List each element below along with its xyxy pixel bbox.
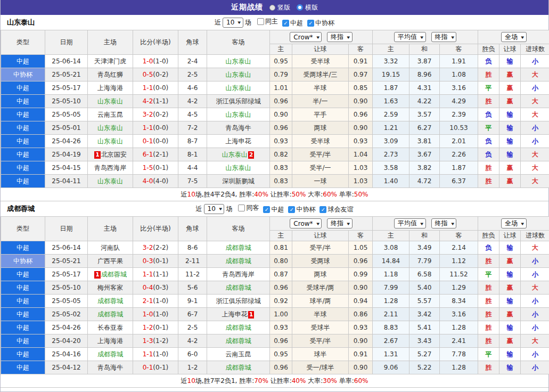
avg-select[interactable]: 平均值▾ <box>394 32 426 42</box>
odds-final-select[interactable]: 终指▾ <box>327 32 353 42</box>
match-count-select[interactable]: 10 ▾ <box>204 204 225 214</box>
match-date-cell: 25-05-02 <box>45 308 88 321</box>
match-row: 中超25-05-171成都蓉城1-1(1-1)11-2青岛西海岸0.87两球0.… <box>1 268 549 281</box>
avg-draw-cell: 5.57 <box>409 295 440 308</box>
corner-cell: 11-2 <box>178 268 207 281</box>
half-time-score: (0-1) <box>153 364 168 371</box>
score-cell: 6-1(2-1) <box>133 148 178 161</box>
match-row: 中超25-06-14天津津门虎1-0(1-0)2-4山东泰山0.95受半球0.9… <box>1 55 549 68</box>
team-name: 成都蓉城 <box>226 257 251 265</box>
match-date-cell: 25-04-26 <box>45 321 88 334</box>
score-cell: 1-0(1-0) <box>133 308 178 321</box>
result-handicap-cell: 输 <box>499 268 521 281</box>
result-goals-cell: 小 <box>521 81 549 95</box>
half-time-score: (0-2) <box>153 111 168 118</box>
checkbox-checked-icon[interactable]: ✓ <box>263 206 270 213</box>
avg-away-cell: 2.39 <box>440 108 478 121</box>
team-name: 成都蓉城 <box>226 244 251 251</box>
match-date-cell: 25-05-10 <box>45 281 88 295</box>
avg-home-cell: 1.28 <box>373 295 409 308</box>
filter-checkbox-同主[interactable]: 同主 <box>253 17 278 26</box>
avg-draw-cell: 3.57 <box>409 108 440 121</box>
odds-final-select[interactable]: 终指▾ <box>327 218 353 228</box>
result-outcome-cell: 胜 <box>478 295 499 308</box>
odds-source-select[interactable]: Crow*▾ <box>290 218 322 228</box>
filter-checkbox-中超[interactable]: ✓中超 <box>259 205 284 214</box>
team-name: 广西平果 <box>97 257 123 265</box>
checkbox-checked-icon[interactable]: ✓ <box>282 20 289 27</box>
checkbox-checked-icon[interactable]: ✓ <box>319 206 326 213</box>
layout-radio-horizontal[interactable]: 横版 <box>297 3 318 12</box>
filter-checkbox-中协杯[interactable]: ✓中协杯 <box>284 205 315 214</box>
match-row: 中超25-05-10梅州客家0-4(0-3)5-6成都蓉城0.96受球半/两0.… <box>1 281 549 295</box>
avg-final-select[interactable]: 终指▾ <box>431 32 457 42</box>
filter-checkbox-中超[interactable]: ✓中超 <box>278 19 303 28</box>
corner-cell: 8-6 <box>178 241 207 255</box>
team-name: 山东泰山 <box>226 111 251 118</box>
avg-away-cell: 1.08 <box>440 68 478 81</box>
odds-home-cell: 0.93 <box>270 321 292 334</box>
avg-home-cell: 2.73 <box>373 148 409 161</box>
avg-home-cell: 3.32 <box>373 55 409 68</box>
col-header-home: 主场 <box>88 30 133 55</box>
summary-text: 让胜率: <box>268 377 292 385</box>
filter-checkbox-同客[interactable]: 同客 <box>234 203 259 213</box>
checkbox-unchecked-icon[interactable] <box>238 205 245 211</box>
col-header-corner: 角球 <box>178 30 207 55</box>
match-type-cell: 中超 <box>1 361 45 374</box>
odds-home-cell: 0.83 <box>270 161 292 175</box>
corner-cell: 7-2 <box>178 121 207 135</box>
match-count-select[interactable]: 10 ▾ <box>223 18 243 28</box>
avg-away-cell: 1.29 <box>440 281 478 295</box>
chevron-down-icon: ▾ <box>420 35 423 40</box>
result-goals-cell: 大 <box>521 148 549 161</box>
odds-home-cell: 0.93 <box>270 135 292 148</box>
avg-home-cell: 3.08 <box>373 241 409 255</box>
checkbox-checked-icon[interactable]: ✓ <box>288 206 295 213</box>
full-match-select[interactable]: 全场▾ <box>501 32 527 42</box>
handicap-cell: 受球半/两 <box>292 281 349 295</box>
avg-select[interactable]: 平均值▾ <box>394 218 426 228</box>
summary-stat-value: 40% <box>292 377 306 385</box>
match-type-cell: 中超 <box>1 55 45 68</box>
red-card-badge: 1 <box>94 151 101 159</box>
subcol-handicap-result: 让球 <box>499 231 521 241</box>
odds-home-cell: 0.80 <box>270 255 292 268</box>
odds-home-cell: 0.81 <box>270 241 292 255</box>
filter-checkbox-中协杯[interactable]: ✓中协杯 <box>303 19 334 28</box>
full-time-score: 1-0 <box>143 311 153 318</box>
result-goals-cell: 大 <box>521 68 549 81</box>
home-team-cell: 天津津门虎 <box>88 55 133 68</box>
match-row: 中超25-04-11山东泰山4-0(4-0)7-5深圳新鹏城0.83一球1.03… <box>1 175 549 188</box>
half-time-score: (0-1) <box>153 324 168 331</box>
avg-draw-cell: 5.41 <box>409 321 440 334</box>
avg-draw-cell: 7.79 <box>409 255 440 268</box>
checkbox-unchecked-icon[interactable] <box>257 18 264 25</box>
filter-checkbox-球会友谊[interactable]: ✓球会友谊 <box>315 205 353 214</box>
away-team-cell: 上海申花1 <box>207 308 270 321</box>
odds-away-cell: 1.03 <box>349 175 373 188</box>
layout-radio-vertical[interactable]: 竖版 <box>269 3 290 12</box>
subcol-avg-draw: 和 <box>409 44 440 55</box>
avg-away-cell: 10.53 <box>440 121 478 135</box>
odds-away-cell: 0.90 <box>349 281 373 295</box>
avg-away-cell: 1.91 <box>440 55 478 68</box>
result-handicap-cell: 赢 <box>499 255 521 268</box>
odds-source-select[interactable]: Crow*▾ <box>290 32 322 42</box>
avg-home-cell: 19.15 <box>373 68 409 81</box>
avg-final-select[interactable]: 终指▾ <box>431 218 457 228</box>
away-team-cell: 成都蓉城 <box>207 334 270 348</box>
corner-cell: 2-4 <box>178 55 207 68</box>
handicap-cell: 受一/球半 <box>292 361 349 374</box>
summary-text: 近 <box>181 377 187 385</box>
full-match-select[interactable]: 全场▾ <box>501 218 527 228</box>
match-type-cell: 中超 <box>1 308 45 321</box>
checkbox-checked-icon[interactable]: ✓ <box>307 20 314 27</box>
score-cell: 1-1(1-0) <box>133 348 178 361</box>
match-type-cell: 中超 <box>1 268 45 281</box>
full-time-score: 3-2 <box>143 244 153 251</box>
team-section-chengdu: 成都蓉城 近 10 ▾ 场 同客✓中超✓中协杯✓球会友谊 类型 <box>1 201 548 388</box>
result-handicap-cell: 输 <box>499 135 521 148</box>
team-name: 浙江俱乐部绿城 <box>216 297 261 305</box>
full-time-score: 1-0 <box>143 58 153 65</box>
